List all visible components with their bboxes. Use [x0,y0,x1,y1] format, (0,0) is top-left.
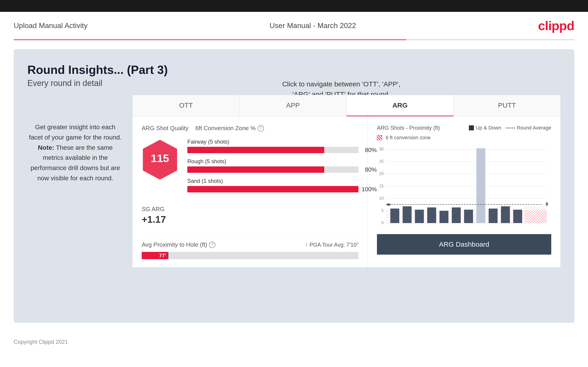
legend: Up & Down Round Average [469,125,551,131]
svg-text:5: 5 [381,208,384,213]
page-title: Round Insights... (Part 3) [27,63,561,77]
footer: Copyright Clippd 2021 [0,332,588,352]
bar-label-rough: Rough (5 shots) [187,158,358,165]
svg-rect-28 [501,206,510,223]
help-icon-proximity[interactable]: ? [209,242,215,248]
svg-text:8: 8 [546,201,548,207]
bar-fill-rough [187,167,324,173]
svg-rect-20 [403,206,412,223]
legend-label-updown: Up & Down [476,125,501,131]
arg-dashboard-button[interactable]: ARG Dashboard [377,234,551,255]
svg-rect-25 [464,210,473,223]
panel-header: ARG Shot Quality 6ft Conversion Zone % ? [142,125,358,132]
bar-row-fairway: Fairway (5 shots) 80% [187,139,358,153]
svg-rect-21 [415,210,424,223]
header: Upload Manual Activity User Manual - Mar… [0,12,588,39]
upload-label[interactable]: Upload Manual Activity [14,21,88,30]
svg-text:25: 25 [379,159,384,164]
pga-avg: ↑ PGA Tour Avg: 7'10" [305,242,359,248]
svg-text:20: 20 [379,171,384,176]
legend-item-6ft: 6 ft conversion zone [377,135,551,141]
svg-rect-19 [390,209,399,223]
svg-rect-29 [513,210,522,223]
proximity-bar-track: 77' [142,252,358,259]
header-divider [14,39,574,40]
proximity-section: Avg Proximity to Hole (ft) ? ↑ PGA Tour … [142,234,358,259]
legend-label-6ft: 6 ft conversion zone [386,135,431,141]
top-bar [0,0,588,12]
proximity-bar-fill: 77' [142,252,168,259]
svg-marker-33 [386,203,391,206]
doc-title: User Manual - March 2022 [270,21,356,30]
legend-label-roundavg: Round Average [517,125,551,131]
bar-fill-fairway [187,147,324,153]
bar-track-sand: 100% [187,186,358,192]
svg-text:115: 115 [151,152,169,164]
logo: clippd [538,18,574,33]
shot-quality-bars: Fairway (5 shots) 80% Rough (5 shots) [187,139,358,197]
sg-label: SG ARG [142,206,358,213]
svg-rect-22 [427,208,436,223]
svg-rect-24 [452,208,461,223]
bar-row-sand: Sand (1 shots) 100% [187,178,358,192]
chart-title: ARG Shots - Proximity (ft) [377,125,440,131]
bar-track-fairway: 80% [187,147,358,153]
bar-row-rough: Rough (5 shots) 80% [187,158,358,173]
bar-track-rough: 80% [187,167,358,173]
proximity-pga-marker [168,252,168,259]
proximity-header: Avg Proximity to Hole (ft) ? ↑ PGA Tour … [142,241,358,248]
tab-ott[interactable]: OTT [133,95,240,116]
main-content: Round Insights... (Part 3) Every round i… [14,49,574,323]
tabs-container: OTT APP ARG PUTT [133,95,560,117]
svg-rect-27 [489,209,498,223]
card-body: ARG Shot Quality 6ft Conversion Zone % ?… [133,117,560,267]
left-panel: ARG Shot Quality 6ft Conversion Zone % ?… [133,117,368,267]
shot-quality-label: ARG Shot Quality [142,125,189,132]
sg-value: +1.17 [142,214,358,225]
sg-section: SG ARG +1.17 [142,206,358,225]
tab-app[interactable]: APP [240,95,346,116]
svg-rect-26 [476,148,485,223]
svg-rect-31 [525,206,547,223]
tab-putt[interactable]: PUTT [454,95,560,116]
hexagon-score: 115 [142,139,178,181]
conversion-label: 6ft Conversion Zone % ? [195,125,264,132]
copyright: Copyright Clippd 2021 [14,339,68,345]
hex-score-area: 115 Fairway (5 shots) 80% [142,139,358,197]
svg-text:30: 30 [379,147,384,151]
help-icon-conversion[interactable]: ? [258,125,264,132]
chart-svg: 0 5 10 15 20 25 30 [377,143,551,230]
proximity-value: 77' [159,253,166,259]
svg-text:0: 0 [381,220,384,225]
legend-hatched-6ft [377,135,382,140]
legend-item-roundavg: Round Average [506,125,551,131]
svg-text:15: 15 [379,184,384,188]
legend-box-updown [469,125,474,130]
right-panel-header: ARG Shots - Proximity (ft) Up & Down Rou… [377,125,551,131]
bar-label-fairway: Fairway (5 shots) [187,139,358,145]
svg-text:10: 10 [379,196,384,200]
legend-item-updown: Up & Down [469,125,501,131]
left-description: Get greater insight into each facet of y… [27,122,123,184]
tab-arg[interactable]: ARG [346,95,454,116]
svg-rect-23 [440,211,448,223]
dashboard-card: OTT APP ARG PUTT ARG Shot Quality 6ft Co… [132,95,561,268]
bar-fill-sand [187,186,358,192]
bar-label-sand: Sand (1 shots) [187,178,358,184]
right-panel: ARG Shots - Proximity (ft) Up & Down Rou… [368,117,560,267]
note-bold: Note: [38,144,54,151]
proximity-label: Avg Proximity to Hole (ft) ? [142,241,215,248]
chart-area: 0 5 10 15 20 25 30 [377,143,551,230]
legend-dashed-roundavg [506,128,515,128]
